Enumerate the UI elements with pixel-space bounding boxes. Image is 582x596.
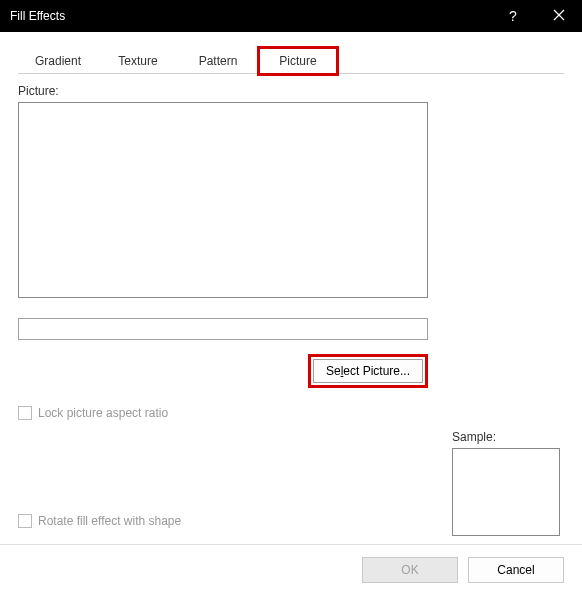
cancel-button[interactable]: Cancel bbox=[468, 557, 564, 583]
sample-label: Sample: bbox=[452, 430, 564, 444]
dialog-title: Fill Effects bbox=[10, 9, 65, 23]
dialog-body: Gradient Texture Pattern Picture Picture… bbox=[0, 32, 582, 528]
select-picture-row: Select Picture... bbox=[18, 354, 428, 388]
picture-label: Picture: bbox=[18, 84, 564, 98]
close-icon bbox=[553, 9, 565, 24]
checkbox-icon bbox=[18, 406, 32, 420]
picture-preview-area bbox=[18, 102, 428, 298]
close-button[interactable] bbox=[536, 0, 582, 32]
titlebar-buttons: ? bbox=[490, 0, 582, 32]
rotate-fill-label: Rotate fill effect with shape bbox=[38, 514, 181, 528]
tab-row: Gradient Texture Pattern Picture bbox=[18, 46, 564, 74]
checkbox-icon bbox=[18, 514, 32, 528]
select-picture-button[interactable]: Select Picture... bbox=[313, 359, 423, 383]
lock-aspect-checkbox-row[interactable]: Lock picture aspect ratio bbox=[18, 406, 564, 420]
help-button[interactable]: ? bbox=[490, 0, 536, 32]
tab-picture[interactable]: Picture bbox=[258, 47, 338, 75]
picture-name-field bbox=[18, 318, 428, 340]
select-picture-highlight: Select Picture... bbox=[308, 354, 428, 388]
sample-preview bbox=[452, 448, 560, 536]
button-bar: OK Cancel bbox=[0, 544, 582, 595]
ok-button: OK bbox=[362, 557, 458, 583]
lock-aspect-label: Lock picture aspect ratio bbox=[38, 406, 168, 420]
titlebar[interactable]: Fill Effects ? bbox=[0, 0, 582, 32]
help-icon: ? bbox=[509, 8, 517, 24]
tab-gradient[interactable]: Gradient bbox=[18, 47, 98, 75]
tab-pattern[interactable]: Pattern bbox=[178, 47, 258, 75]
tab-texture[interactable]: Texture bbox=[98, 47, 178, 75]
